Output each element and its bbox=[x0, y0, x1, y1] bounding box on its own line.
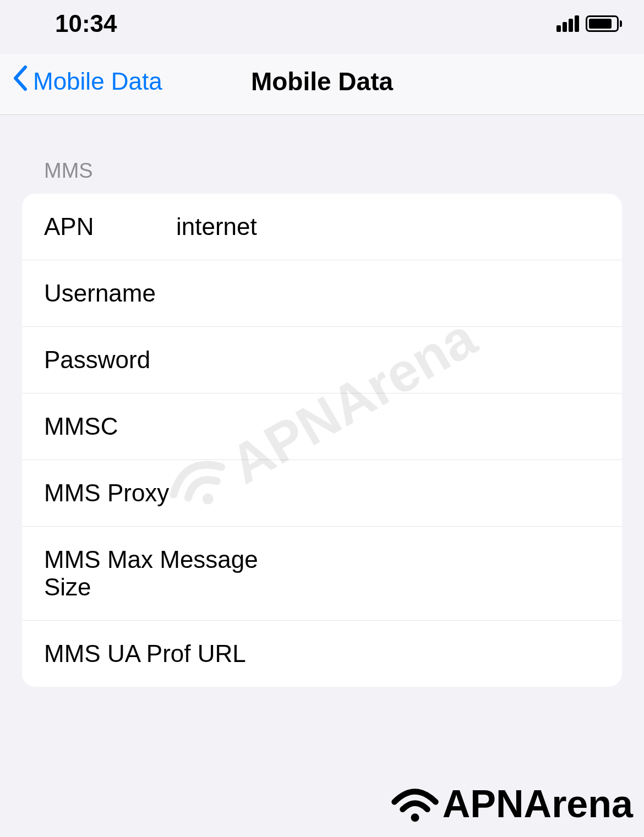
page-title: Mobile Data bbox=[251, 67, 393, 96]
input-apn[interactable] bbox=[176, 213, 600, 240]
label-username: Username bbox=[44, 280, 176, 307]
row-password[interactable]: Password bbox=[22, 327, 622, 393]
input-mmsc[interactable] bbox=[176, 413, 600, 440]
label-password: Password bbox=[44, 346, 176, 374]
svg-point-1 bbox=[411, 813, 419, 822]
input-username[interactable] bbox=[176, 280, 600, 307]
row-username[interactable]: Username bbox=[22, 260, 622, 327]
settings-group-mms: APN Username Password MMSC MMS Proxy MMS… bbox=[22, 194, 622, 687]
label-mms-ua-prof: MMS UA Prof URL bbox=[44, 640, 246, 668]
row-mms-ua-prof[interactable]: MMS UA Prof URL bbox=[22, 621, 622, 687]
label-apn: APN bbox=[44, 213, 176, 240]
label-mmsc: MMSC bbox=[44, 413, 176, 440]
row-apn[interactable]: APN bbox=[22, 194, 622, 260]
input-password[interactable] bbox=[176, 346, 600, 374]
label-mms-proxy: MMS Proxy bbox=[44, 479, 176, 507]
back-label: Mobile Data bbox=[33, 68, 162, 95]
input-mms-proxy[interactable] bbox=[176, 479, 600, 507]
wifi-icon bbox=[390, 785, 440, 823]
status-icons bbox=[556, 15, 622, 32]
row-mms-proxy[interactable]: MMS Proxy bbox=[22, 460, 622, 527]
battery-icon bbox=[586, 15, 622, 32]
input-mms-max-size[interactable] bbox=[298, 560, 600, 587]
content-area: MMS APN Username Password MMSC MMS Proxy bbox=[0, 115, 644, 687]
cellular-signal-icon bbox=[556, 15, 579, 32]
nav-bar: Mobile Data Mobile Data bbox=[0, 54, 644, 115]
footer-logo: APNArena bbox=[390, 782, 633, 826]
row-mmsc[interactable]: MMSC bbox=[22, 393, 622, 460]
back-button[interactable]: Mobile Data bbox=[11, 65, 162, 98]
row-mms-max-size[interactable]: MMS Max Message Size bbox=[22, 527, 622, 621]
status-bar: 10:34 bbox=[0, 0, 644, 54]
input-mms-ua-prof[interactable] bbox=[246, 640, 600, 668]
label-mms-max-size: MMS Max Message Size bbox=[44, 546, 298, 601]
status-time: 10:34 bbox=[55, 10, 117, 37]
footer-logo-text: APNArena bbox=[443, 782, 633, 826]
chevron-left-icon bbox=[11, 65, 28, 98]
section-header-mms: MMS bbox=[22, 159, 622, 194]
